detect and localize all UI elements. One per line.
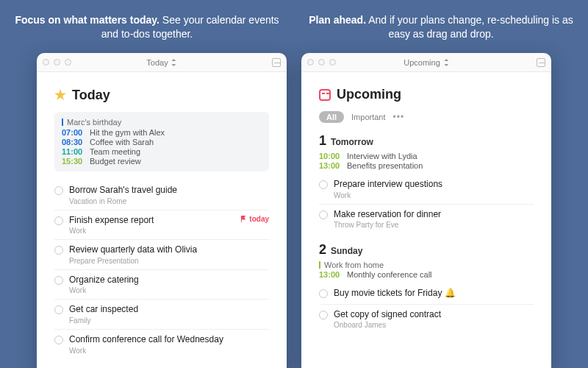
today-content: ★ Today Marc's birthday 07:00Hit the gym… (37, 72, 287, 368)
zoom-dot[interactable] (65, 59, 71, 66)
todo-subtitle: Onboard James (334, 321, 441, 329)
promo-right: Plan ahead. And if your plans change, re… (309, 13, 573, 41)
todo-item[interactable]: Organize cateringWork (54, 269, 269, 300)
traffic-lights[interactable] (307, 59, 336, 66)
todo-item[interactable]: Prepare interview questionsWork (319, 174, 534, 204)
event-time: 08:30 (62, 138, 85, 146)
todo-title: Make reservation for dinner (334, 209, 441, 221)
star-icon: ★ (54, 87, 66, 103)
todo-checkbox[interactable] (54, 305, 63, 314)
filter-important[interactable]: Important (351, 113, 385, 121)
day-number: 1 (319, 133, 326, 149)
event-label: Benefits presentation (347, 161, 423, 170)
page-title-text: Upcoming (337, 87, 401, 102)
calendar-event[interactable]: 15:30Budget review (62, 157, 262, 166)
event-label: Team meeting (90, 147, 140, 156)
event-label: Coffee with Sarah (90, 138, 154, 146)
bell-icon: 🔔 (445, 288, 451, 294)
upcoming-filters: All Important ••• (319, 111, 534, 123)
day-section: 1Tomorrow10:00Interview with Lydia13:00B… (319, 133, 534, 233)
todo-title: Finish expense report (69, 215, 154, 227)
compose-button[interactable] (537, 58, 545, 67)
event-bar-icon (62, 118, 63, 126)
calendar-event[interactable]: 08:30Coffee with Sarah (62, 138, 262, 146)
flag-icon (240, 216, 247, 222)
compose-button[interactable] (272, 58, 281, 67)
todo-item[interactable]: Make reservation for dinnerThrow Party f… (319, 204, 534, 234)
todo-subtitle: Vacation in Rome (69, 197, 177, 205)
event-label: Budget review (90, 157, 141, 166)
minimize-dot[interactable] (54, 59, 60, 66)
todo-item[interactable]: Get copy of signed contractOnboard James (319, 304, 534, 334)
todo-checkbox[interactable] (319, 289, 328, 298)
todo-subtitle: Work (334, 191, 442, 199)
todo-subtitle: Work (69, 347, 223, 355)
day-name: Tomorrow (331, 137, 373, 147)
calendar-event[interactable]: 10:00Interview with Lydia (319, 152, 534, 160)
todo-title: Get car inspected (69, 304, 138, 316)
todo-title: Review quarterly data with Olivia (69, 244, 197, 256)
todo-subtitle: Throw Party for Eve (334, 221, 441, 229)
day-name: Sunday (331, 246, 362, 256)
calendar-event[interactable]: 13:00Benefits presentation (319, 161, 534, 170)
chevron-updown-icon (443, 59, 449, 66)
todo-title: Buy movie tickets for Friday🔔 (334, 288, 451, 300)
todo-subtitle: Family (69, 316, 138, 325)
upcoming-window: Upcoming Upcoming All Important ••• 1Tom… (301, 53, 551, 368)
titlebar: Upcoming (301, 53, 551, 72)
event-time: 15:30 (62, 157, 85, 166)
todo-item[interactable]: Buy movie tickets for Friday🔔 (319, 283, 534, 304)
close-dot[interactable] (43, 59, 49, 66)
minimize-dot[interactable] (318, 59, 325, 66)
calendar-event[interactable]: 07:00Hit the gym with Alex (62, 128, 262, 137)
today-window: Today ★ Today Marc's birthday 07:00Hit t… (37, 53, 287, 368)
event-time: 07:00 (62, 128, 85, 137)
todo-subtitle: Work (69, 286, 139, 294)
compose-icon (537, 58, 545, 67)
todo-checkbox[interactable] (54, 336, 63, 344)
zoom-dot[interactable] (329, 59, 336, 66)
flag-today: today (240, 215, 269, 223)
todo-item[interactable]: Finish expense reportWorktoday (54, 210, 269, 240)
event-bar-icon (319, 261, 320, 269)
event-time: 10:00 (319, 152, 343, 160)
todo-title: Get copy of signed contract (334, 309, 441, 321)
todo-checkbox[interactable] (319, 180, 328, 189)
day-header: 1Tomorrow (319, 133, 534, 149)
todo-checkbox[interactable] (54, 246, 63, 255)
titlebar-title[interactable]: Today (146, 58, 176, 67)
close-dot[interactable] (307, 59, 314, 66)
todo-checkbox[interactable] (54, 276, 63, 285)
promo-left: Focus on what matters today. See your ca… (15, 13, 279, 41)
event-time: 13:00 (319, 161, 343, 170)
today-todo-list: Borrow Sarah's travel guideVacation in R… (54, 180, 269, 359)
event-label: Hit the gym with Alex (90, 128, 165, 137)
calendar-event[interactable]: 13:00Monthly conference call (319, 270, 534, 279)
page-title: ★ Today (54, 87, 269, 103)
day-header: 2Sunday (319, 242, 534, 258)
titlebar-title[interactable]: Upcoming (404, 58, 449, 67)
todo-checkbox[interactable] (54, 186, 63, 195)
page-title: Upcoming (319, 87, 534, 102)
todo-item[interactable]: Get car inspectedFamily (54, 299, 269, 329)
todo-title: Prepare interview questions (334, 179, 442, 191)
todo-checkbox[interactable] (54, 216, 63, 225)
calendar-events-box: Marc's birthday 07:00Hit the gym with Al… (54, 112, 269, 171)
todo-item[interactable]: Review quarterly data with OliviaPrepare… (54, 239, 269, 269)
todo-checkbox[interactable] (319, 311, 328, 319)
todo-checkbox[interactable] (319, 210, 328, 219)
event-label: Interview with Lydia (347, 152, 417, 160)
event-label: Monthly conference call (347, 270, 432, 279)
traffic-lights[interactable] (43, 59, 71, 66)
todo-subtitle: Work (69, 227, 154, 235)
todo-item[interactable]: Borrow Sarah's travel guideVacation in R… (54, 180, 269, 210)
filter-more-icon[interactable]: ••• (393, 112, 405, 122)
calendar-event[interactable]: 11:00Team meeting (62, 147, 262, 156)
calendar-icon (319, 89, 331, 101)
todo-item[interactable]: Confirm conference call for WednesdayWor… (54, 329, 269, 359)
chevron-updown-icon (171, 59, 177, 66)
birthday-event[interactable]: Marc's birthday (62, 118, 262, 127)
day-number: 2 (319, 242, 326, 258)
filter-all[interactable]: All (319, 111, 344, 123)
allday-event[interactable]: Work from home (319, 261, 534, 269)
